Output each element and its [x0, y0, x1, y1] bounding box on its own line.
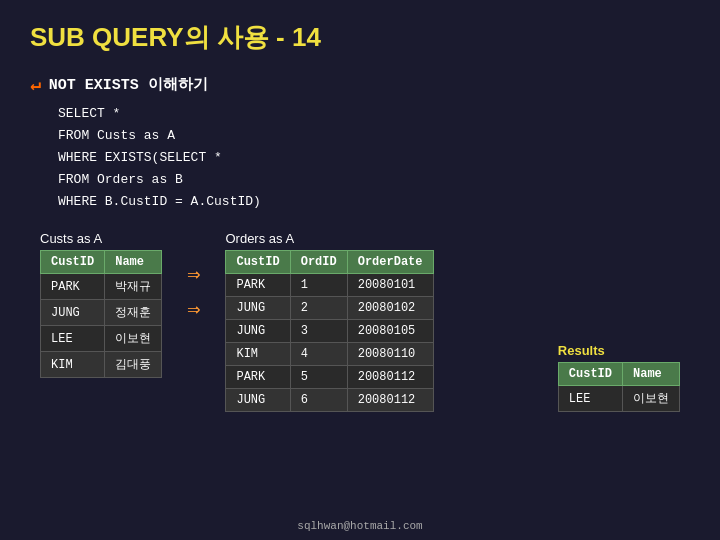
code-line-5: WHERE B.CustID = A.CustID)	[58, 191, 690, 213]
orders-cell-4-1: 5	[290, 366, 347, 389]
orders-cell-2-2: 20080105	[347, 320, 433, 343]
orders-table-label: Orders as A	[225, 231, 433, 246]
orders-cell-1-1: 2	[290, 297, 347, 320]
orders-cell-0-2: 20080101	[347, 274, 433, 297]
section-header: ↵ NOT EXISTS 이해하기	[30, 73, 690, 95]
arrows-area: ⇒ ⇒	[182, 231, 205, 323]
orders-cell-0-0: PARK	[226, 274, 290, 297]
custs-cell-0-0: PARK	[41, 274, 105, 300]
custs-table-row: PARK박재규	[41, 274, 162, 300]
orders-table-row: JUNG220080102	[226, 297, 433, 320]
arrow-connector-1: ⇒	[187, 261, 200, 288]
results-cell-0-1: 이보현	[623, 386, 680, 412]
orders-col-custid: CustID	[226, 251, 290, 274]
results-col-name: Name	[623, 363, 680, 386]
section-label: NOT EXISTS 이해하기	[49, 75, 208, 94]
custs-cell-2-0: LEE	[41, 326, 105, 352]
custs-cell-3-0: KIM	[41, 352, 105, 378]
section-arrow-icon: ↵	[30, 73, 41, 95]
orders-col-orderdate: OrderDate	[347, 251, 433, 274]
custs-table-row: LEE이보현	[41, 326, 162, 352]
orders-cell-2-1: 3	[290, 320, 347, 343]
custs-col-custid: CustID	[41, 251, 105, 274]
slide: SUB QUERY의 사용 - 14 ↵ NOT EXISTS 이해하기 SEL…	[0, 0, 720, 540]
orders-cell-2-0: JUNG	[226, 320, 290, 343]
custs-table-container: Custs as A CustID Name PARK박재규JUNG정재훈LEE…	[40, 231, 162, 378]
orders-table-row: PARK520080112	[226, 366, 433, 389]
custs-cell-0-1: 박재규	[105, 274, 162, 300]
orders-cell-5-2: 20080112	[347, 389, 433, 412]
orders-cell-4-2: 20080112	[347, 366, 433, 389]
custs-table-row: JUNG정재훈	[41, 300, 162, 326]
code-line-3: WHERE EXISTS(SELECT *	[58, 147, 690, 169]
custs-table-row: KIM김대풍	[41, 352, 162, 378]
footer: sqlhwan@hotmail.com	[0, 520, 720, 532]
custs-cell-1-1: 정재훈	[105, 300, 162, 326]
orders-col-ordid: OrdID	[290, 251, 347, 274]
results-cell-0-0: LEE	[558, 386, 622, 412]
results-label: Results	[558, 343, 680, 358]
page-title: SUB QUERY의 사용 - 14	[30, 20, 690, 55]
orders-cell-5-1: 6	[290, 389, 347, 412]
orders-cell-5-0: JUNG	[226, 389, 290, 412]
orders-table-container: Orders as A CustID OrdID OrderDate PARK1…	[225, 231, 433, 412]
custs-table-label: Custs as A	[40, 231, 162, 246]
results-container: Results CustID Name LEE이보현	[558, 343, 680, 412]
results-table: CustID Name LEE이보현	[558, 362, 680, 412]
results-table-row: LEE이보현	[558, 386, 679, 412]
orders-cell-3-1: 4	[290, 343, 347, 366]
orders-cell-4-0: PARK	[226, 366, 290, 389]
orders-cell-1-2: 20080102	[347, 297, 433, 320]
code-line-1: SELECT *	[58, 103, 690, 125]
results-col-custid: CustID	[558, 363, 622, 386]
orders-table-row: JUNG320080105	[226, 320, 433, 343]
orders-cell-3-0: KIM	[226, 343, 290, 366]
orders-table-row: PARK120080101	[226, 274, 433, 297]
orders-table-row: KIM420080110	[226, 343, 433, 366]
code-line-2: FROM Custs as A	[58, 125, 690, 147]
custs-cell-2-1: 이보현	[105, 326, 162, 352]
code-line-4: FROM Orders as B	[58, 169, 690, 191]
custs-col-name: Name	[105, 251, 162, 274]
custs-cell-1-0: JUNG	[41, 300, 105, 326]
tables-area: Custs as A CustID Name PARK박재규JUNG정재훈LEE…	[40, 231, 690, 412]
orders-table: CustID OrdID OrderDate PARK120080101JUNG…	[225, 250, 433, 412]
custs-table: CustID Name PARK박재규JUNG정재훈LEE이보현KIM김대풍	[40, 250, 162, 378]
code-block: SELECT * FROM Custs as A WHERE EXISTS(SE…	[58, 103, 690, 213]
orders-table-row: JUNG620080112	[226, 389, 433, 412]
orders-cell-1-0: JUNG	[226, 297, 290, 320]
orders-cell-0-1: 1	[290, 274, 347, 297]
custs-cell-3-1: 김대풍	[105, 352, 162, 378]
arrow-connector-2: ⇒	[187, 296, 200, 323]
orders-cell-3-2: 20080110	[347, 343, 433, 366]
